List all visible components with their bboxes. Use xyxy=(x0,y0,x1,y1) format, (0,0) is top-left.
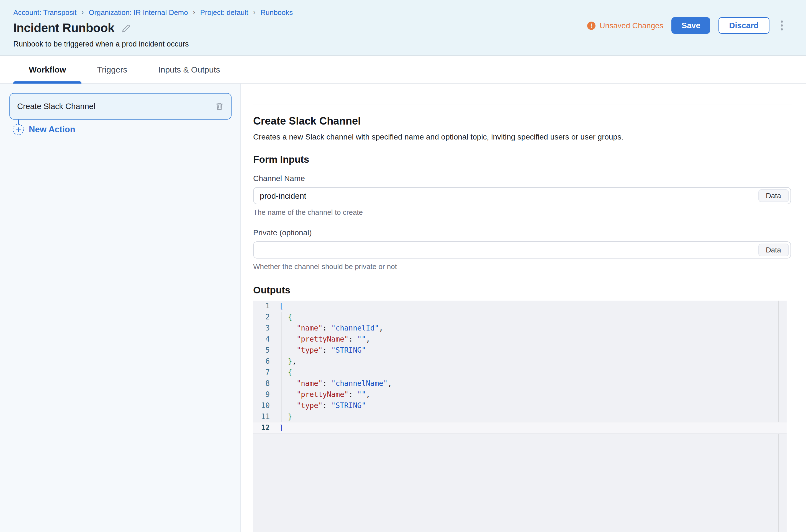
private-helper: Whether the channel should be private or… xyxy=(253,262,791,271)
code-text: { xyxy=(270,367,292,378)
breadcrumb-project[interactable]: Project: default xyxy=(200,8,248,17)
delete-action-trash-icon[interactable] xyxy=(215,102,224,111)
line-number: 9 xyxy=(253,389,270,400)
code-text: { xyxy=(270,312,292,323)
action-title: Create Slack Channel xyxy=(253,83,791,127)
channel-name-input[interactable] xyxy=(254,188,719,204)
plus-icon xyxy=(13,124,24,135)
breadcrumb: Account: Transposit › Organization: IR I… xyxy=(13,8,806,17)
code-line[interactable]: 8 "name": "channelName", xyxy=(253,378,787,389)
breadcrumb-runbooks[interactable]: Runbooks xyxy=(260,8,293,17)
outputs-code-editor[interactable]: 1[2 {3 "name": "channelId",4 "prettyName… xyxy=(253,301,787,532)
private-input-wrap: Data xyxy=(253,241,791,259)
code-line[interactable]: 6 }, xyxy=(253,356,787,367)
code-text: }, xyxy=(270,356,297,367)
code-text: ] xyxy=(270,422,283,434)
line-number: 7 xyxy=(253,367,270,378)
line-number: 3 xyxy=(253,323,270,334)
code-text: [ xyxy=(270,301,283,312)
page-subtitle: Runbook to be triggered when a prod inci… xyxy=(13,40,806,48)
code-text: "type": "STRING" xyxy=(270,345,366,356)
channel-name-data-button[interactable]: Data xyxy=(758,189,789,202)
private-input[interactable] xyxy=(254,242,719,258)
channel-name-input-wrap: Data xyxy=(253,187,791,204)
channel-name-helper: The name of the channel to create xyxy=(253,208,791,216)
code-text: "name": "channelName", xyxy=(270,378,392,389)
code-line[interactable]: 5 "type": "STRING" xyxy=(253,345,787,356)
chevron-right-icon: › xyxy=(193,8,195,15)
action-card-label: Create Slack Channel xyxy=(17,102,95,111)
line-number: 11 xyxy=(253,411,270,422)
code-line[interactable]: 12] xyxy=(253,422,787,434)
code-line[interactable]: 1[ xyxy=(253,301,787,312)
code-line[interactable]: 2 { xyxy=(253,312,787,323)
field-channel-name: Channel Name Data The name of the channe… xyxy=(253,174,791,216)
line-number: 5 xyxy=(253,345,270,356)
field-private: Private (optional) Data Whether the chan… xyxy=(253,228,791,271)
more-options-kebab-icon[interactable] xyxy=(778,19,785,33)
action-description: Creates a new Slack channel with specifi… xyxy=(253,132,791,141)
code-text: "type": "STRING" xyxy=(270,400,366,411)
workflow-steps-sidebar: Create Slack Channel New Action xyxy=(0,83,241,532)
edit-pencil-icon[interactable] xyxy=(122,24,130,32)
code-text: } xyxy=(270,411,292,422)
code-text: "name": "channelId", xyxy=(270,323,383,334)
save-button[interactable]: Save xyxy=(672,17,711,34)
channel-name-label: Channel Name xyxy=(253,174,791,183)
tab-inputs-outputs[interactable]: Inputs & Outputs xyxy=(143,56,235,83)
code-line[interactable]: 11 } xyxy=(253,411,787,422)
private-label: Private (optional) xyxy=(253,228,791,237)
line-number: 4 xyxy=(253,334,270,345)
code-line[interactable]: 9 "prettyName": "", xyxy=(253,389,787,400)
private-data-button[interactable]: Data xyxy=(758,244,789,256)
tab-workflow[interactable]: Workflow xyxy=(13,56,81,83)
code-text: "prettyName": "", xyxy=(270,334,370,345)
code-line[interactable]: 4 "prettyName": "", xyxy=(253,334,787,345)
outputs-heading: Outputs xyxy=(253,285,791,296)
chevron-right-icon: › xyxy=(81,8,84,15)
action-card-create-slack-channel[interactable]: Create Slack Channel xyxy=(10,93,232,119)
page-title: Incident Runbook xyxy=(13,21,114,35)
code-text: "prettyName": "", xyxy=(270,389,370,400)
new-action-button[interactable]: New Action xyxy=(13,124,75,135)
breadcrumb-organization[interactable]: Organization: IR Internal Demo xyxy=(89,8,188,17)
code-line[interactable]: 10 "type": "STRING" xyxy=(253,400,787,411)
chevron-right-icon: › xyxy=(253,8,255,15)
tab-triggers[interactable]: Triggers xyxy=(81,56,143,83)
line-number: 12 xyxy=(253,422,270,434)
warning-icon: ! xyxy=(587,21,596,30)
app-window: Account: Transposit › Organization: IR I… xyxy=(0,0,806,532)
page-header: Account: Transposit › Organization: IR I… xyxy=(0,0,806,56)
top-divider xyxy=(253,104,792,105)
line-number: 1 xyxy=(253,301,270,312)
code-line[interactable]: 3 "name": "channelId", xyxy=(253,323,787,334)
tab-bar: Workflow Triggers Inputs & Outputs xyxy=(0,56,806,83)
form-inputs-heading: Form Inputs xyxy=(253,154,791,166)
discard-button[interactable]: Discard xyxy=(719,17,769,34)
unsaved-changes-badge: ! Unsaved Changes xyxy=(587,21,663,30)
code-line[interactable]: 7 { xyxy=(253,367,787,378)
line-number: 2 xyxy=(253,312,270,323)
line-number: 6 xyxy=(253,356,270,367)
line-number: 10 xyxy=(253,400,270,411)
action-detail-panel: Create Slack Channel Creates a new Slack… xyxy=(241,83,806,532)
breadcrumb-account[interactable]: Account: Transposit xyxy=(13,8,76,17)
new-action-label: New Action xyxy=(29,125,75,134)
line-number: 8 xyxy=(253,378,270,389)
unsaved-changes-label: Unsaved Changes xyxy=(599,21,663,30)
